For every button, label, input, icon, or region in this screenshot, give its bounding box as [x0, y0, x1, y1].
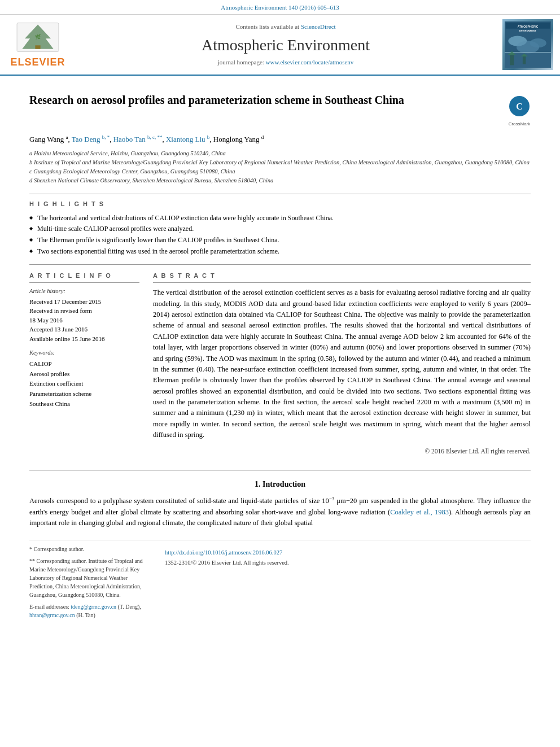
article-info-abstract-section: A R T I C L E I N F O Article history: R… [29, 272, 531, 456]
journal-cover-svg: ATMOSPHERIC ENVIRONMENT [502, 21, 553, 68]
revised-date: Received in revised form 18 May 2016 [29, 306, 139, 325]
highlights-heading: H I G H L I G H T S [29, 200, 531, 208]
article-title: Research on aerosol profiles and paramet… [29, 93, 502, 107]
doi-link[interactable]: http://dx.doi.org/10.1016/j.atmosenv.201… [165, 549, 282, 556]
authors-line: Gang Wang a, Tao Deng b, *, Haobo Tan b,… [29, 134, 531, 145]
affiliation-a: a Haizhu Meteorological Service, Haizhu,… [29, 149, 531, 158]
svg-rect-3 [35, 45, 40, 49]
copyright-line: © 2016 Elsevier Ltd. All rights reserved… [153, 447, 531, 456]
sciencedirect-link[interactable]: ScienceDirect [301, 23, 336, 30]
keyword-extinction: Extinction coefficient [29, 379, 139, 389]
keyword-aerosol: Aerosol profiles [29, 369, 139, 379]
page-footer: * Corresponding author. ** Corresponding… [29, 540, 531, 623]
sciencedirect-line: Contents lists available at ScienceDirec… [75, 23, 497, 31]
author-gang-wang: Gang Wang a [29, 135, 68, 143]
introduction-section: 1. Introduction Aerosols correspond to a… [29, 470, 531, 529]
email-link-1[interactable]: tdeng@grmc.gov.cn [71, 604, 117, 610]
journal-title: Atmospheric Environment [75, 34, 497, 56]
author-haobo-tan[interactable]: Haobo Tan b, c, ** [113, 135, 163, 143]
highlight-1: The horizontal and vertical distribution… [29, 213, 531, 223]
issn-line: 1352-2310/© 2016 Elsevier Ltd. All right… [165, 558, 531, 567]
received-date: Received 17 December 2015 [29, 297, 139, 307]
abstract-text: The vertical distribution of the aerosol… [153, 287, 531, 440]
doi-line: http://dx.doi.org/10.1016/j.atmosenv.201… [165, 548, 531, 557]
email-link-2[interactable]: hhtan@grmc.gov.cn [29, 612, 76, 618]
journal-center-info: Contents lists available at ScienceDirec… [75, 23, 497, 67]
elsevier-logo: 🌿 ELSEVIER [7, 20, 69, 69]
svg-text:ATMOSPHERIC: ATMOSPHERIC [518, 25, 539, 28]
svg-text:ENVIRONMENT: ENVIRONMENT [519, 30, 537, 33]
footnotes-right: http://dx.doi.org/10.1016/j.atmosenv.201… [165, 545, 531, 623]
highlights-section: H I G H L I G H T S The horizontal and v… [29, 200, 531, 256]
affiliation-c: c Guangdong Ecological Meteorology Cente… [29, 167, 531, 176]
affiliation-d: d Shenzhen National Climate Observatory,… [29, 176, 531, 185]
sciencedirect-link-text: ScienceDirect [301, 23, 336, 30]
accepted-date: Accepted 13 June 2016 [29, 325, 139, 334]
highlight-3: The Elterman profile is significantly lo… [29, 235, 531, 245]
introduction-title: 1. Introduction [29, 479, 531, 490]
crossmark-badge[interactable]: C CrossMark [508, 95, 531, 126]
svg-rect-13 [510, 55, 514, 65]
article-title-section: Research on aerosol profiles and paramet… [29, 93, 531, 126]
author-xiantong-liu[interactable]: Xiantong Liu b [166, 135, 209, 143]
elsevier-brand-text: ELSEVIER [10, 55, 65, 69]
article-info-column: A R T I C L E I N F O Article history: R… [29, 272, 139, 456]
affiliations-section: a Haizhu Meteorological Service, Haizhu,… [29, 149, 531, 185]
footnotes-left: * Corresponding author. ** Corresponding… [29, 545, 154, 623]
keyword-caliop: CALIOP [29, 359, 139, 369]
highlight-4: Two sections exponential fitting was use… [29, 247, 531, 256]
homepage-url: www.elsevier.com/locate/atmosenv [266, 59, 354, 65]
divider-1 [29, 194, 531, 194]
journal-citation-bar: Atmospheric Environment 140 (2016) 605–6… [0, 0, 560, 15]
homepage-link[interactable]: www.elsevier.com/locate/atmosenv [266, 59, 354, 65]
divider-2 [29, 264, 531, 265]
svg-text:C: C [516, 102, 523, 111]
keyword-parameterization: Parameterization scheme [29, 389, 139, 399]
available-online-date: Available online 15 June 2016 [29, 334, 139, 344]
footnote-corresponding-2: ** Corresponding author. Institute of Tr… [29, 557, 154, 599]
elsevier-bird-icon: 🌿 [12, 20, 63, 54]
affiliation-b: b Institute of Tropical and Marine Meteo… [29, 158, 531, 167]
author-honglong-yang: Honglong Yang d [213, 135, 264, 143]
keyword-southeast-china: Southeast China [29, 399, 139, 409]
homepage-line: journal homepage: www.elsevier.com/locat… [75, 58, 497, 67]
homepage-label: journal homepage: [218, 59, 264, 65]
footnote-corresponding-1: * Corresponding author. [29, 545, 154, 553]
author-tao-deng[interactable]: Tao Deng b, * [72, 135, 110, 143]
abstract-heading: A B S T R A C T [153, 272, 531, 283]
article-info-heading: A R T I C L E I N F O [29, 272, 139, 283]
email-line: E-mail addresses: tdeng@grmc.gov.cn (T. … [29, 602, 154, 619]
svg-rect-15 [523, 56, 526, 64]
journal-cover-image: ATMOSPHERIC ENVIRONMENT [502, 19, 553, 70]
svg-point-10 [530, 38, 546, 47]
abstract-column: A B S T R A C T The vertical distributio… [153, 272, 531, 456]
journal-header: 🌿 ELSEVIER Contents lists available at S… [0, 15, 560, 76]
article-history-label: Article history: [29, 287, 139, 296]
introduction-text: Aerosols correspond to a polyphase syste… [29, 495, 531, 528]
highlight-2: Multi-time scale CALIOP aerosol profiles… [29, 224, 531, 234]
journal-citation: Atmospheric Environment 140 (2016) 605–6… [221, 4, 339, 11]
sciencedirect-prefix: Contents lists available at [235, 23, 299, 30]
keywords-label: Keywords: [29, 349, 139, 357]
main-content: Research on aerosol profiles and paramet… [0, 76, 560, 631]
